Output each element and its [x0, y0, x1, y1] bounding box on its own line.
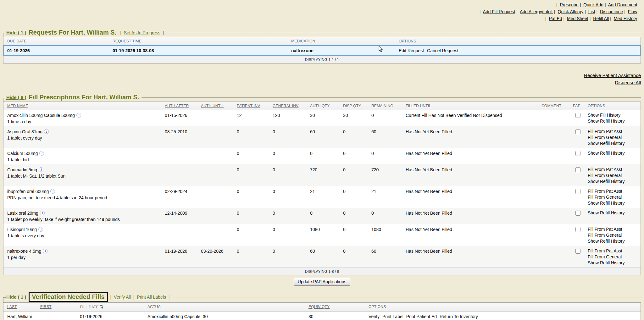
option-link[interactable]: Fill From Pat Asst	[588, 188, 639, 194]
col-patient-inv[interactable]: PATIENT INV	[233, 102, 269, 110]
separator: |	[556, 2, 558, 7]
col-options: OPTIONS	[395, 37, 641, 45]
col-request-time[interactable]: REQUEST TIME	[109, 37, 287, 45]
nav-med-history[interactable]: Med History	[614, 16, 637, 21]
option-link[interactable]: Show Fill History	[588, 112, 639, 118]
col-general-inv[interactable]: GENERAL INV	[269, 102, 306, 110]
info-icon[interactable]: i	[44, 129, 49, 134]
auth-until	[197, 110, 233, 126]
option-link[interactable]: Show Refill History	[588, 238, 639, 244]
info-icon[interactable]: i	[40, 211, 45, 215]
verification-options: Verify Print Label Print Patient Ed Retu…	[365, 312, 641, 320]
nav-quick-add[interactable]: Quick Add	[583, 2, 603, 7]
option-link[interactable]: Show Refill History	[588, 260, 639, 266]
options-cell: Fill From Pat Asst Fill From General Sho…	[584, 164, 641, 186]
option-link[interactable]: Show Refill History	[588, 210, 639, 216]
set-as-in-progress-link[interactable]: Set As In Progress	[124, 30, 160, 35]
nav-add-allergy-intol[interactable]: Add Allergy/Intol.	[520, 9, 553, 14]
verification-row[interactable]: Hart, William 01-19-2026 Amoxicillin 500…	[3, 312, 641, 320]
edit-request-link[interactable]: Edit Request	[399, 48, 424, 53]
option-link[interactable]: Fill From General	[588, 232, 639, 238]
col-auth-until[interactable]: AUTH UNTIL	[197, 102, 233, 110]
option-link[interactable]: Show Refill History	[588, 118, 639, 124]
dispense-all-link[interactable]: Dispense All	[0, 79, 641, 86]
cancel-request-link[interactable]: Cancel Request	[427, 48, 458, 53]
requests-hide-link[interactable]: Hide ( 1 )	[6, 30, 26, 35]
nav-quick-allergy[interactable]: Quick Allergy	[558, 9, 584, 14]
col-auth-after[interactable]: AUTH AFTER	[161, 102, 197, 110]
info-icon[interactable]: i	[43, 249, 47, 253]
option-link[interactable]: Show Refill History	[588, 179, 639, 185]
print-all-labels-link[interactable]: Print All Labels	[137, 295, 166, 300]
col-last[interactable]: LAST	[3, 303, 36, 312]
info-icon[interactable]: i	[39, 151, 44, 156]
auth-until	[197, 148, 233, 164]
fill-row: naltrexone 4.5mgi 1 per day 01-19-2026 0…	[3, 246, 641, 268]
nav-prescribe[interactable]: Prescribe	[560, 2, 578, 7]
option-link[interactable]: Fill From General	[588, 135, 639, 141]
requests-actions: | Set As In Progress |	[119, 30, 165, 35]
option-link[interactable]: Fill From Pat Asst	[588, 226, 639, 232]
col-medication[interactable]: MEDICATION	[287, 37, 395, 45]
info-icon[interactable]: i	[39, 167, 43, 172]
print-label-link[interactable]: Print Label	[382, 314, 403, 319]
nav-med-sheet[interactable]: Med Sheet	[567, 16, 588, 21]
col-due-date[interactable]: DUE DATE	[3, 37, 109, 45]
option-link[interactable]: Fill From Pat Asst	[588, 167, 639, 173]
info-icon[interactable]: i	[50, 189, 55, 194]
col-med-name[interactable]: MED NAME	[3, 102, 161, 110]
top-nav-row-2: | Add Fill Request| Add Allergy/Intol.| …	[0, 8, 641, 15]
verify-all-link[interactable]: Verify All	[114, 295, 131, 300]
nav-add-fill-request[interactable]: Add Fill Request	[483, 9, 515, 14]
print-patient-ed-link[interactable]: Print Patient Ed	[406, 314, 437, 319]
pap-checkbox[interactable]	[575, 189, 580, 194]
col-fill-date[interactable]: FILL DATE	[76, 303, 144, 312]
request-row-selected[interactable]: 01-19-2026 01-19-2026 10:38:08 naltrexon…	[3, 45, 641, 56]
verify-link[interactable]: Verify	[369, 314, 380, 319]
option-link[interactable]: Fill From Pat Asst	[588, 129, 639, 135]
nav-add-document[interactable]: Add Document	[608, 2, 637, 7]
option-link[interactable]: Fill From General	[588, 194, 639, 200]
fills-hide-link[interactable]: Hide ( 8 )	[6, 95, 26, 100]
pap-checkbox[interactable]	[575, 113, 580, 118]
filled-until: Has Not Yet Been Filled	[402, 126, 538, 148]
med-sig: 1 tablet every day	[7, 135, 160, 141]
separator: |	[610, 16, 611, 21]
update-pap-applications-button[interactable]: Update PAP Applications	[294, 278, 350, 286]
med-name: Lasix oral 20mg	[7, 211, 38, 216]
return-to-inventory-link[interactable]: Return To Inventory	[440, 314, 478, 319]
patient-inv: 12	[233, 110, 269, 126]
option-link[interactable]: Show Refill History	[588, 141, 639, 146]
pap-checkbox[interactable]	[575, 227, 580, 232]
verification-hide-link[interactable]: Hide ( 1 )	[6, 294, 26, 300]
nav-pat-ed[interactable]: Pat.Ed	[549, 16, 562, 21]
option-link[interactable]: Fill From General	[588, 254, 639, 260]
option-link[interactable]: Show Refill History	[588, 200, 639, 206]
med-cell: naltrexone 4.5mgi 1 per day	[3, 246, 161, 268]
nav-list[interactable]: List	[588, 9, 595, 14]
option-link[interactable]: Fill From General	[588, 173, 639, 179]
separator: |	[597, 9, 598, 14]
pap-checkbox[interactable]	[575, 249, 580, 254]
col-options: OPTIONS	[365, 303, 641, 312]
receive-patient-assistance-link[interactable]: Receive Patient Assistance	[0, 72, 641, 79]
pap-checkbox[interactable]	[575, 211, 580, 216]
nav-discontinue[interactable]: Discontinue	[600, 9, 623, 14]
pap-checkbox[interactable]	[575, 167, 580, 172]
col-first[interactable]: FIRST	[36, 303, 76, 312]
nav-flow[interactable]: Flow	[628, 9, 637, 14]
nav-refill-all[interactable]: Refill All	[593, 16, 609, 21]
info-icon[interactable]: i	[76, 113, 81, 118]
separator: |	[480, 9, 481, 14]
pap-checkbox[interactable]	[575, 129, 580, 134]
option-link[interactable]: Show Refill History	[588, 150, 639, 156]
option-link[interactable]: Fill From Pat Asst	[588, 248, 639, 254]
remaining: 60	[368, 126, 402, 148]
col-equiv-qty[interactable]: EQUIV QTY	[305, 303, 365, 312]
pap-checkbox[interactable]	[575, 151, 580, 156]
top-nav: | Prescribe| Quick Add| Add Document| | …	[0, 0, 644, 22]
separator: |	[605, 2, 606, 7]
med-sig: PRN pain, not to exceed 4 tablets in 24 …	[7, 195, 160, 201]
auth-until	[197, 224, 233, 246]
info-icon[interactable]: i	[38, 227, 43, 232]
